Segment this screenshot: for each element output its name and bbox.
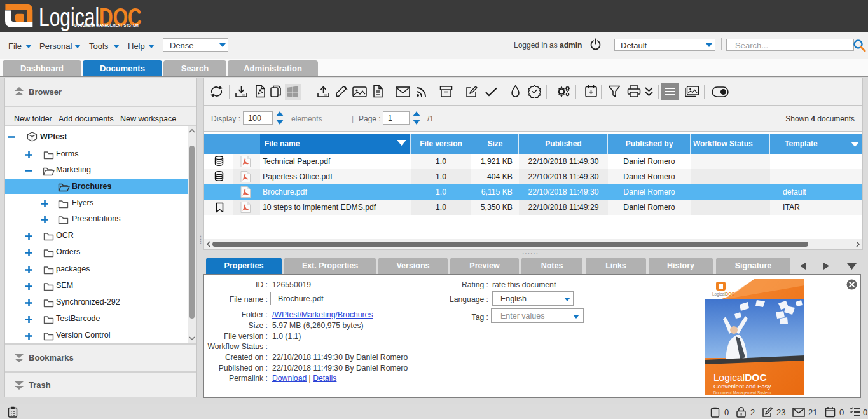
svg-text:Document Management System: Document Management System	[713, 390, 771, 395]
svg-text:LogicalDOC: LogicalDOC	[712, 292, 734, 297]
svg-text:LogicalDOC: LogicalDOC	[713, 372, 767, 383]
svg-text:Convenient and Easy: Convenient and Easy	[713, 383, 771, 390]
